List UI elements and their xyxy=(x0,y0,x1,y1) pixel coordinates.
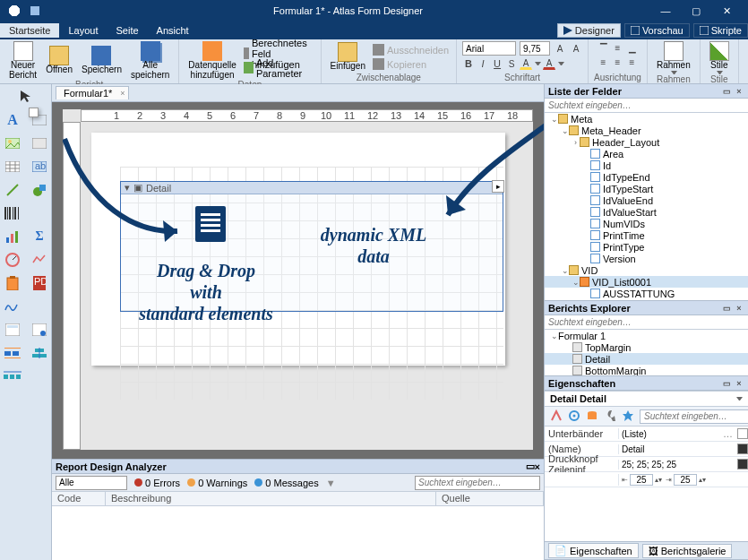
prop-favorites-icon[interactable] xyxy=(622,409,634,423)
property-object-selector[interactable]: Detail Detail xyxy=(545,391,748,407)
align-left-button[interactable]: ≡ xyxy=(598,56,610,68)
pagebreak-tool[interactable] xyxy=(28,319,51,340)
align-center-tool[interactable] xyxy=(28,342,51,364)
tab-berichtsgalerie[interactable]: 🖼Berichtsgalerie xyxy=(642,544,733,558)
sparkline-tool[interactable] xyxy=(28,249,51,271)
document-tab[interactable]: Formular1*× xyxy=(56,86,129,99)
property-margin-row[interactable]: ⇤▴▾ ⇥▴▾ xyxy=(545,472,748,487)
stile-button[interactable]: Stile xyxy=(706,41,733,74)
mode-scripts-button[interactable]: Skripte xyxy=(693,23,748,38)
underline-button[interactable]: U xyxy=(491,57,503,70)
prop-reset-icon[interactable] xyxy=(737,428,748,439)
highlight-button[interactable]: A xyxy=(520,57,532,70)
rahmen-button[interactable]: Rahmen xyxy=(653,41,694,74)
tab-ansicht[interactable]: Ansicht xyxy=(148,23,198,38)
prop-reset-icon[interactable] xyxy=(737,444,748,454)
crosstab-tool[interactable] xyxy=(1,342,24,364)
image-tool[interactable] xyxy=(1,133,24,154)
new-report-button[interactable]: Neuer Bericht xyxy=(5,41,40,80)
add-parameter-button[interactable]: Add Parameter xyxy=(242,61,315,74)
qat-save-icon[interactable] xyxy=(29,4,41,17)
svg-text:ab: ab xyxy=(35,161,46,171)
barcode-tool[interactable] xyxy=(1,202,24,224)
filter-icon[interactable]: ▼ xyxy=(326,478,336,488)
messages-stat[interactable]: 0 Messages xyxy=(254,478,318,488)
prop-data-icon[interactable] xyxy=(586,409,598,423)
fields-tree[interactable]: ⌄Meta ⌄Meta_Header ›Header_Layout Area I… xyxy=(545,113,748,300)
pdf-tool[interactable]: PDF xyxy=(28,272,51,294)
font-name-input[interactable] xyxy=(462,41,516,56)
tab-startseite[interactable]: Startseite xyxy=(0,23,59,38)
save-all-button[interactable]: Alle speichern xyxy=(127,41,173,80)
design-canvas[interactable]: 123456789101112131415161718 ▾▣Detail ▸ D… xyxy=(52,102,544,459)
chart-tool[interactable] xyxy=(1,226,24,247)
font-color-button[interactable]: A xyxy=(543,57,555,70)
strike-button[interactable]: S xyxy=(505,57,518,70)
panel-pin-icon[interactable]: ▭ xyxy=(526,461,535,472)
clipboard-tool[interactable] xyxy=(1,272,24,294)
tab-layout[interactable]: Layout xyxy=(59,23,107,38)
panel-dock-icon[interactable]: ▭ xyxy=(721,86,732,97)
prop-events-icon[interactable] xyxy=(568,409,580,423)
analyzer-filter-combo[interactable] xyxy=(56,476,127,490)
help-button[interactable]: ? xyxy=(744,47,748,67)
warnings-stat[interactable]: 0 Warnings xyxy=(187,478,247,488)
panel-dock-icon[interactable]: ▭ xyxy=(721,378,732,389)
align-top-button[interactable]: ▔ xyxy=(598,41,610,54)
add-datasource-button[interactable]: Datenquelle hinzufügen xyxy=(185,41,239,80)
mode-designer-button[interactable]: Designer xyxy=(557,23,621,38)
font-shrink-button[interactable]: A xyxy=(570,42,582,55)
shapes-tool[interactable] xyxy=(28,179,51,201)
open-button[interactable]: Öffnen xyxy=(42,46,76,75)
cell-tool[interactable]: ab xyxy=(28,156,51,177)
signature-tool[interactable] xyxy=(1,296,24,317)
margin-left-input[interactable] xyxy=(630,474,653,486)
property-row[interactable]: Druckknopf Zeileninf xyxy=(545,457,748,472)
close-button[interactable]: ✕ xyxy=(716,3,737,19)
gauge-tool[interactable] xyxy=(1,249,24,271)
line-tool[interactable] xyxy=(1,179,24,201)
font-size-input[interactable] xyxy=(520,41,550,56)
pointer-tool[interactable] xyxy=(2,85,50,107)
sum-tool[interactable]: Σ xyxy=(28,226,51,247)
bold-button[interactable]: B xyxy=(462,57,475,70)
prop-reset-icon[interactable] xyxy=(737,459,748,470)
align-bottom-button[interactable]: ▁ xyxy=(626,41,639,54)
prop-wrench-icon[interactable] xyxy=(604,409,616,423)
tab-eigenschaften[interactable]: 📄Eigenschaften xyxy=(548,543,639,558)
subreport-tool[interactable] xyxy=(1,319,24,340)
explorer-tree[interactable]: ⌄Formular 1 TopMargin Detail BottomMargi… xyxy=(545,330,748,375)
font-grow-button[interactable]: A xyxy=(554,42,566,55)
margin-right-input[interactable] xyxy=(674,474,697,486)
save-button[interactable]: Speichern xyxy=(78,46,125,75)
paste-button[interactable]: Einfügen xyxy=(327,42,369,72)
property-row[interactable]: Unterbänder … xyxy=(545,426,748,442)
text-tool[interactable]: A xyxy=(1,109,24,131)
copy-button[interactable]: Kopieren xyxy=(371,57,451,71)
prop-sort-icon[interactable] xyxy=(550,409,563,423)
rectangle-tool[interactable] xyxy=(28,133,51,154)
table-tool[interactable] xyxy=(1,156,24,177)
panel-close-icon[interactable]: × xyxy=(535,461,540,472)
align-middle-button[interactable]: ≡ xyxy=(612,41,624,54)
tab-seite[interactable]: Seite xyxy=(107,23,148,38)
panel-close-icon[interactable]: × xyxy=(734,303,744,314)
analyzer-search-input[interactable] xyxy=(415,476,540,490)
panel-close-icon[interactable]: × xyxy=(734,86,744,97)
close-tab-icon[interactable]: × xyxy=(120,89,125,98)
align-right-button[interactable]: ≡ xyxy=(626,56,639,68)
panel-close-icon[interactable]: × xyxy=(734,378,744,389)
explorer-search-input[interactable] xyxy=(545,315,748,330)
align-center-button[interactable]: ≡ xyxy=(612,56,624,68)
mode-preview-button[interactable]: Vorschau xyxy=(624,23,690,38)
distribute-tool[interactable] xyxy=(1,366,24,387)
italic-button[interactable]: I xyxy=(477,57,489,70)
properties-search-input[interactable] xyxy=(640,409,748,424)
minimize-button[interactable]: ― xyxy=(655,3,676,19)
svg-rect-8 xyxy=(32,138,47,149)
maximize-button[interactable]: ▢ xyxy=(685,3,707,19)
cut-button[interactable]: Ausschneiden xyxy=(371,43,451,56)
errors-stat[interactable]: 0 Errors xyxy=(134,478,180,488)
panel-dock-icon[interactable]: ▭ xyxy=(721,303,732,314)
fields-search-input[interactable] xyxy=(545,99,748,113)
